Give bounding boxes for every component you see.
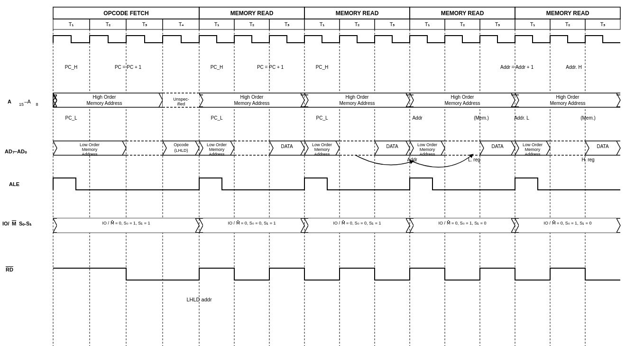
mr1-t2: T₂ xyxy=(249,21,255,27)
pc-h-3: PC_H xyxy=(316,65,329,70)
mr3-a15-text2: Memory Address xyxy=(444,101,480,106)
io-mr2-text: IO / M̄ = 0, S₀ = 0, S₁ = 1 xyxy=(333,220,381,225)
mr1-a15-text2: Memory Address xyxy=(234,101,269,106)
mr2-t2: T₂ xyxy=(355,21,360,27)
mr3-t2: T₂ xyxy=(460,21,465,27)
mr4-a15-text2: Memory Address xyxy=(550,101,585,106)
mr2-a15-text1: High Order xyxy=(346,94,369,100)
pc-h-2: PC_H xyxy=(211,65,223,70)
mr1-a15-text1: High Order xyxy=(240,94,264,100)
mr4-t3: T₃ xyxy=(600,21,606,27)
pc-eq-pc2: PC = PC + 1 xyxy=(257,65,284,70)
mem-label1: (Mem.) xyxy=(474,115,489,121)
mr3-t3: T₃ xyxy=(495,21,500,27)
mr2-t3: T₃ xyxy=(390,21,395,27)
mr3-ad-text2: Memory xyxy=(420,147,435,152)
opcode-lhld: Opcode xyxy=(174,142,189,147)
of-t1: T₁ xyxy=(69,21,74,27)
mem-read-3-label: MEMORY READ xyxy=(441,10,484,17)
mr4-t2: T₂ xyxy=(565,21,570,27)
timing-diagram: OPCODE FETCH MEMORY READ MEMORY READ MEM… xyxy=(0,0,644,346)
svg-rect-0 xyxy=(0,0,644,346)
mr1-ad-text3: Address xyxy=(209,152,225,157)
of-a15-text1: High Order xyxy=(93,94,117,100)
a15-a8-subscript: 15 xyxy=(19,102,24,107)
mr1-data: DATA xyxy=(281,144,293,149)
mem-read-2-label: MEMORY READ xyxy=(336,10,379,17)
of-ad-text3: Address xyxy=(82,152,98,157)
io-s-label: IO/ xyxy=(2,221,9,226)
mr2-ad-text2: Memory xyxy=(314,147,330,152)
mr2-ad-text1: Low Order xyxy=(312,142,332,147)
unspec-text: Unspec- xyxy=(173,97,189,102)
mr2-t1: T₁ xyxy=(320,21,325,27)
addr-eq-1: Addr = Addr + 1 xyxy=(500,65,534,70)
mr2-a15-text2: Memory Address xyxy=(339,101,375,106)
io-of-text: IO / M̄ = 0, S₀ = 1, S₁ = 1 xyxy=(102,220,150,225)
mr1-t1: T₁ xyxy=(214,21,220,27)
opcode-fetch-label: OPCODE FETCH xyxy=(103,10,148,17)
mem-read-4-label: MEMORY READ xyxy=(546,10,589,17)
mr1-ad-text2: Memory xyxy=(209,147,225,152)
addr-label: Addr xyxy=(412,115,423,121)
mr4-ad-text1: Low Order xyxy=(523,142,543,147)
diagram-svg: OPCODE FETCH MEMORY READ MEMORY READ MEM… xyxy=(0,0,644,346)
of-a15-text2: Memory Address xyxy=(86,101,122,106)
mr4-ad-text2: Memory xyxy=(525,147,541,152)
mr3-t1: T₁ xyxy=(425,21,430,27)
l-reg-label: L. reg xyxy=(468,157,480,162)
mr3-ad-text3: Address xyxy=(419,152,435,157)
pc-l-1: PC_L xyxy=(65,115,77,121)
io-mr1-text: IO / M̄ = 0, S₀ = 0, S₁ = 1 xyxy=(228,220,276,225)
lhld-addr-label: LHLD addr xyxy=(186,297,212,302)
of-t3: T₃ xyxy=(142,21,147,27)
pc-eq-pc1: PC = PC + 1 xyxy=(115,65,142,70)
mr3-ad-text1: Low Order xyxy=(417,142,437,147)
io-s-mbar: M xyxy=(12,221,16,226)
io-mr3-text: IO / M̄ = 0, S₀ = 1, S₁ = 0 xyxy=(439,220,487,225)
mr3-a15-text1: High Order xyxy=(451,94,475,100)
pc-l-2: PC_L xyxy=(211,115,222,121)
mem-read-1-label: MEMORY READ xyxy=(230,10,274,17)
mr4-t1: T₁ xyxy=(530,21,535,27)
of-t4: T₄ xyxy=(179,21,184,27)
ad7-ad0-label: AD₇–AD₀ xyxy=(5,149,27,154)
pc-l-3: PC_L xyxy=(316,115,328,121)
mr4-a15-text1: High Order xyxy=(556,94,580,100)
mr2-ad-text3: Address xyxy=(314,152,330,157)
mem-label2: (Mem.) xyxy=(580,115,596,121)
ale-label: ALE xyxy=(9,181,19,187)
h-reg-label: H. reg xyxy=(581,157,594,162)
of-ad-text2: Memory xyxy=(82,147,98,152)
io-s-label2: S₀-S₁ xyxy=(19,221,32,226)
of-ad-text1: Low Order xyxy=(80,142,100,147)
rd-label: RD xyxy=(6,267,13,272)
a15-a8-sub2: 8 xyxy=(36,102,38,107)
addr-h-1: Addr. H xyxy=(566,65,581,70)
io-mr4-text: IO / M̄ = 0, S₀ = 1, S₁ = 0 xyxy=(544,220,592,225)
unspec-text2: ified xyxy=(177,102,185,106)
pc-h-1: PC_H xyxy=(65,65,78,70)
mr2-data: DATA xyxy=(386,144,398,149)
addr-l-label: Addr. L xyxy=(514,115,529,121)
mr3-data: DATA xyxy=(491,144,504,149)
mr4-ad-text3: Address xyxy=(524,152,541,157)
mr4-data: DATA xyxy=(597,144,609,149)
mr1-t3: T₃ xyxy=(285,21,290,27)
a15-a8-dash: –A xyxy=(24,99,31,104)
a15-a8-label: A xyxy=(8,99,11,104)
opcode-lhld2: (LHLD) xyxy=(174,148,188,153)
mr1-ad-text1: Low Order xyxy=(207,142,227,147)
of-t2: T₂ xyxy=(106,21,111,27)
